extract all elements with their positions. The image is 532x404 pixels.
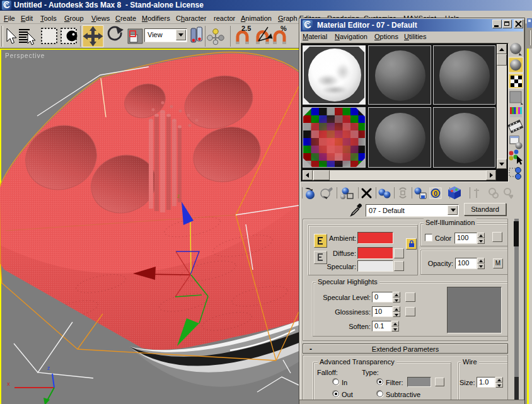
svg-text:x: x xyxy=(7,381,10,387)
svg-text:z: z xyxy=(177,193,180,199)
svg-text:Perspective: Perspective xyxy=(5,52,45,59)
svg-text:0: 0 xyxy=(434,190,437,197)
svg-text:%: % xyxy=(280,25,287,32)
svg-text:z: z xyxy=(47,365,50,371)
svg-text:2.5: 2.5 xyxy=(241,25,251,32)
